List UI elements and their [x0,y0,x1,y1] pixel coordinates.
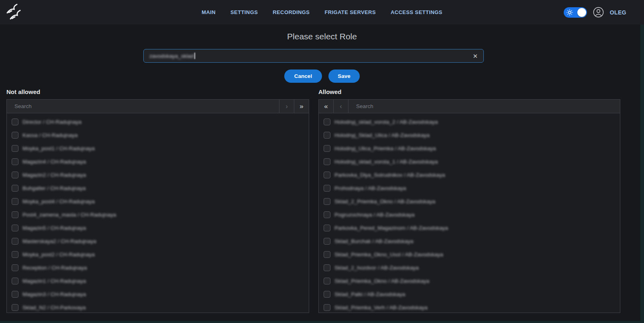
nav-item-recordings[interactable]: RECORDINGS [273,9,310,15]
list-item[interactable]: Moyka_post4 / CH-Radujnaya [12,198,309,205]
allowed-section: Allowed « ‹ Holodnyj_sklad_vorota_2 / AB… [318,88,620,313]
theme-toggle[interactable] [564,7,587,18]
frigate-logo-icon[interactable] [5,3,23,21]
list-item[interactable]: Magazin4 / CH-Radujnaya [12,158,309,165]
list-item[interactable]: Magazin3 / CH-Radujnaya [12,291,309,298]
item-checkbox[interactable] [324,132,330,139]
vertical-scrollbar[interactable] [640,25,644,323]
list-item[interactable]: Moyka_post1 / CH-Radujnaya [12,145,309,152]
app-screen: MAIN SETTINGS RECORDINGS FRIGATE SERVERS… [0,0,644,323]
list-item[interactable]: Sklad_2_Priemka_Okno / AB-Zavodskaya [324,198,620,205]
item-checkbox[interactable] [324,158,330,165]
list-item[interactable]: Magazin5 / CH-Radujnaya [12,225,309,231]
list-item[interactable]: Post4_zamena_masla / CH-Radujnaya [12,211,309,218]
sun-icon [567,9,573,16]
item-checkbox[interactable] [12,172,18,178]
item-checkbox[interactable] [324,251,330,258]
list-item-label: Holodnyj_sklad_vorota_1 / AB-Zavodskaya [334,159,438,165]
item-checkbox[interactable] [324,119,330,125]
item-checkbox[interactable] [324,198,330,205]
username-label[interactable]: OLEG [610,9,626,16]
list-item[interactable]: Pogruzochnaya / AB-Zavodskaya [324,211,620,218]
item-checkbox[interactable] [324,304,330,311]
allowed-search-input[interactable] [348,100,620,113]
list-item[interactable]: Sklad_Palki / AB-Zavodskaya [324,291,620,298]
not-allowed-search-input[interactable] [7,100,279,113]
list-item[interactable]: Sklad_2_hozdvor / AB-Zavodskaya [324,264,620,271]
not-allowed-panel-header: › » [7,100,309,113]
item-checkbox[interactable] [12,278,18,284]
item-checkbox[interactable] [12,264,18,271]
list-item[interactable]: Kassa / CH-Radujnaya [12,132,309,139]
clear-input-icon[interactable]: ✕ [473,53,478,59]
list-item[interactable]: Masterskaya2 / CH-Radujnaya [12,238,309,245]
item-checkbox[interactable] [324,291,330,298]
list-item-label: Sklad_Priemka_Okno_Usol / AB-Zavodskaya [334,251,443,258]
user-avatar-icon[interactable] [593,7,604,18]
item-checkbox[interactable] [324,211,330,218]
item-checkbox[interactable] [12,185,18,192]
item-checkbox[interactable] [324,172,330,178]
list-item-label: Magazin5 / CH-Radujnaya [22,225,86,231]
list-item[interactable]: Director / CH-Radujnaya [12,119,309,125]
item-checkbox[interactable] [324,145,330,152]
item-checkbox[interactable] [324,225,330,231]
list-item-label: Sklad_2_hozdvor / AB-Zavodskaya [334,265,419,271]
role-input[interactable]: zavodskaya_sklad ✕ [143,49,484,63]
nav-right-controls: OLEG [564,0,626,25]
item-checkbox[interactable] [12,132,18,139]
item-checkbox[interactable] [324,264,330,271]
list-item-label: Pogruzochnaya / AB-Zavodskaya [334,212,415,218]
item-checkbox[interactable] [324,238,330,245]
list-item[interactable]: Sklad_N2 / CH-Parkovaya [12,304,309,311]
list-item[interactable]: Holodnyj_sklad_vorota_1 / AB-Zavodskaya [324,158,620,165]
list-item-label: Parkovka_Dlya_Sotrudnikov / AB-Zavodskay… [334,172,445,178]
list-item[interactable]: Buhgalter / CH-Radujnaya [12,185,309,192]
move-all-left-button[interactable]: « [319,100,334,113]
horizontal-scrollbar[interactable] [0,321,644,323]
item-checkbox[interactable] [324,278,330,284]
item-checkbox[interactable] [12,304,18,311]
item-checkbox[interactable] [12,225,18,231]
nav-item-main[interactable]: MAIN [202,9,216,15]
item-checkbox[interactable] [12,291,18,298]
list-item[interactable]: Prohodnaya / AB-Zavodskaya [324,185,620,192]
save-button[interactable]: Save [328,70,360,83]
item-checkbox[interactable] [12,158,18,165]
list-item-label: Holodnyj_Ulica_Priemka / AB-Zavodskaya [334,145,436,151]
item-checkbox[interactable] [12,119,18,125]
list-item-label: Moyka_post1 / CH-Radujnaya [22,145,95,151]
list-item[interactable]: Sklad_Priemka_Okno / AB-Zavodskaya [324,278,620,284]
move-all-right-button[interactable]: » [294,100,309,113]
not-allowed-section: Not allowed › » Director / CH-Radujnaya … [6,88,309,313]
cancel-button[interactable]: Cancel [284,70,322,83]
item-checkbox[interactable] [12,198,18,205]
list-item-label: Magazin3 / CH-Radujnaya [22,291,86,297]
nav-item-frigate-servers[interactable]: FRIGATE SERVERS [324,9,376,15]
list-item[interactable]: Parkovka_Dlya_Sotrudnikov / AB-Zavodskay… [324,172,620,178]
list-item[interactable]: Sklad_Burchak / AB-Zavodskaya [324,238,620,245]
nav-item-access-settings[interactable]: ACCESS SETTINGS [391,9,442,15]
move-selected-left-button[interactable]: ‹ [334,100,348,113]
list-item[interactable]: Holodnyj_Ulica_Priemka / AB-Zavodskaya [324,145,620,152]
list-item[interactable]: Magazin1 / CH-Radujnaya [12,278,309,284]
list-item[interactable]: Reception / CH-Radujnaya [12,264,309,271]
move-selected-right-button[interactable]: › [279,100,294,113]
item-checkbox[interactable] [12,238,18,245]
item-checkbox[interactable] [12,251,18,258]
list-item[interactable]: Holodnyj_Sklad_Ulica / AB-Zavodskaya [324,132,620,139]
item-checkbox[interactable] [324,185,330,192]
list-item-label: Holodnyj_Sklad_Ulica / AB-Zavodskaya [334,132,430,138]
list-item[interactable]: Parkovka_Pered_Magazinom / AB-Zavodskaya [324,225,620,231]
item-checkbox[interactable] [12,211,18,218]
list-item-label: Post4_zamena_masla / CH-Radujnaya [22,212,116,218]
list-item[interactable]: Magazin2 / CH-Radujnaya [12,172,309,178]
nav-item-settings[interactable]: SETTINGS [230,9,258,15]
list-item[interactable]: Holodnyj_sklad_vorota_2 / AB-Zavodskaya [324,119,620,125]
list-item[interactable]: Sklad_Priemka_Okno_Usol / AB-Zavodskaya [324,251,620,258]
list-item-label: Magazin4 / CH-Radujnaya [22,159,86,165]
list-item[interactable]: Moyka_post2 / CH-Radujnaya [12,251,309,258]
toggle-knob [577,8,586,17]
item-checkbox[interactable] [12,145,18,152]
list-item[interactable]: Sklad_Priemka_Verh / AB-Zavodskaya [324,304,620,311]
